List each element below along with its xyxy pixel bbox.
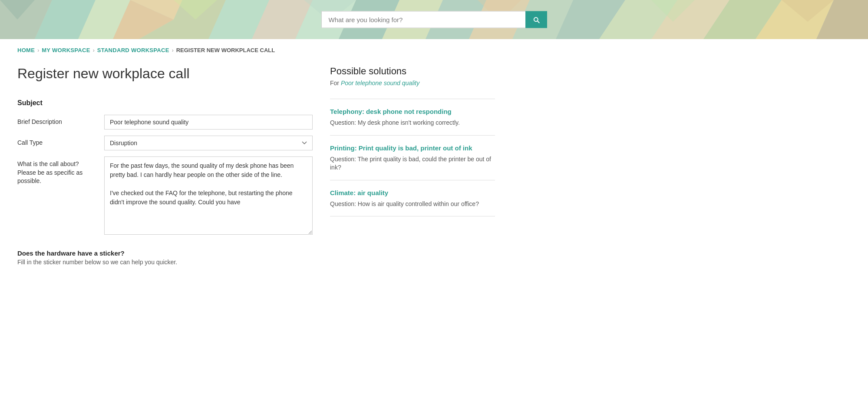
breadcrumb-sep-2: › xyxy=(93,47,95,53)
call-type-select[interactable]: Disruption Request Information xyxy=(104,136,313,150)
breadcrumb-home[interactable]: HOME xyxy=(17,47,35,53)
search-input[interactable] xyxy=(321,11,525,28)
page-title: Register new workplace call xyxy=(17,61,313,82)
left-panel: Register new workplace call Subject Brie… xyxy=(17,61,313,266)
subject-section-title: Subject xyxy=(17,99,313,107)
solutions-subtitle-query: Poor telephone sound quality xyxy=(341,80,419,86)
solutions-subtitle: For Poor telephone sound quality xyxy=(330,80,495,86)
solution-item-3: Climate: air quality Question: How is ai… xyxy=(330,180,495,217)
main-layout: Register new workplace call Subject Brie… xyxy=(0,61,868,266)
description-row: What is the call about? Please be as spe… xyxy=(17,156,313,236)
solution-desc-2: Question: The print quality is bad, coul… xyxy=(330,155,495,172)
breadcrumb: HOME › MY WORKSPACE › STANDARD WORKSPACE… xyxy=(0,39,868,61)
call-type-label: Call Type xyxy=(17,136,96,146)
breadcrumb-sep-3: › xyxy=(172,47,174,53)
search-button[interactable] xyxy=(525,11,547,28)
solution-title-2[interactable]: Printing: Print quality is bad, printer … xyxy=(330,143,495,153)
breadcrumb-standard-workspace[interactable]: STANDARD WORKSPACE xyxy=(97,47,169,53)
breadcrumb-my-workspace[interactable]: MY WORKSPACE xyxy=(42,47,90,53)
solution-item-2: Printing: Print quality is bad, printer … xyxy=(330,135,495,180)
solutions-subtitle-prefix: For xyxy=(330,80,341,86)
header xyxy=(0,0,868,39)
description-control: For the past few days, the sound quality… xyxy=(104,156,313,236)
right-panel: Possible solutions For Poor telephone so… xyxy=(330,61,495,266)
description-textarea[interactable]: For the past few days, the sound quality… xyxy=(104,156,313,235)
sticker-desc: Fill in the sticker number below so we c… xyxy=(17,259,313,266)
description-label: What is the call about? Please be as spe… xyxy=(17,156,96,186)
brief-description-label: Brief Description xyxy=(17,115,96,125)
solution-item-1: Telephony: desk phone not responding Que… xyxy=(330,99,495,135)
sticker-section: Does the hardware have a sticker? Fill i… xyxy=(17,249,313,266)
solution-desc-1: Question: My desk phone isn't working co… xyxy=(330,119,495,127)
sticker-title: Does the hardware have a sticker? xyxy=(17,249,313,257)
solution-desc-3: Question: How is air quality controlled … xyxy=(330,200,495,209)
call-type-control: Disruption Request Information xyxy=(104,136,313,150)
breadcrumb-sep-1: › xyxy=(37,47,39,53)
brief-description-row: Brief Description xyxy=(17,115,313,130)
solution-title-1[interactable]: Telephony: desk phone not responding xyxy=(330,107,495,116)
call-type-row: Call Type Disruption Request Information xyxy=(17,136,313,150)
breadcrumb-current: REGISTER NEW WORKPLACE CALL xyxy=(176,47,275,53)
solutions-title: Possible solutions xyxy=(330,66,495,77)
solution-title-3[interactable]: Climate: air quality xyxy=(330,188,495,197)
search-icon xyxy=(532,16,540,23)
search-bar xyxy=(321,11,547,28)
brief-description-input[interactable] xyxy=(104,115,313,130)
brief-description-control xyxy=(104,115,313,130)
